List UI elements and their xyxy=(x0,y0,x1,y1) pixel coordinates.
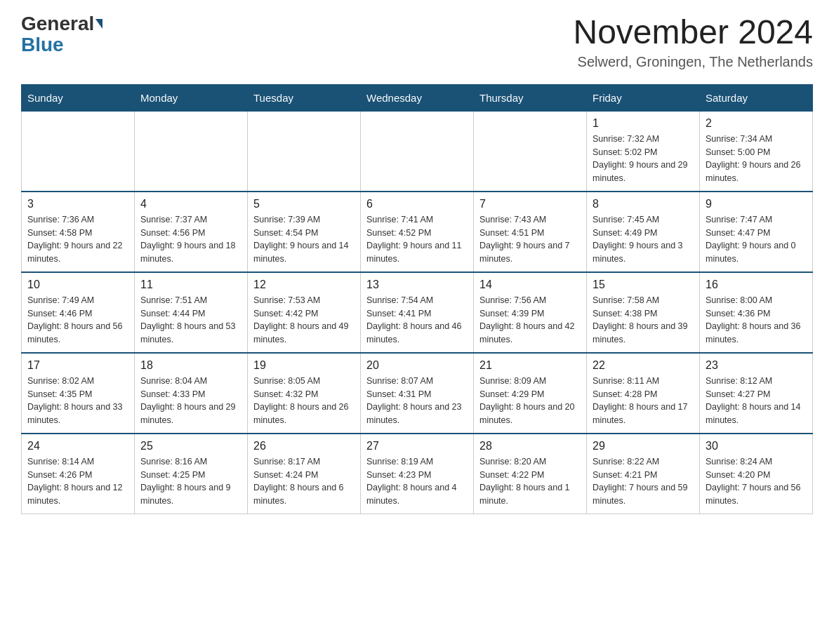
day-info: Sunrise: 8:22 AMSunset: 4:21 PMDaylight:… xyxy=(593,455,694,508)
day-number: 3 xyxy=(27,198,128,210)
day-number: 25 xyxy=(140,440,241,452)
day-info: Sunrise: 7:39 AMSunset: 4:54 PMDaylight:… xyxy=(253,213,355,266)
calendar-day-cell xyxy=(361,111,474,192)
calendar-day-cell: 4Sunrise: 7:37 AMSunset: 4:56 PMDaylight… xyxy=(135,192,248,272)
day-header-tuesday: Tuesday xyxy=(248,84,361,111)
calendar-day-cell: 6Sunrise: 7:41 AMSunset: 4:52 PMDaylight… xyxy=(361,192,474,272)
day-info: Sunrise: 8:17 AMSunset: 4:24 PMDaylight:… xyxy=(253,455,355,508)
day-number: 1 xyxy=(593,117,694,130)
calendar-day-cell: 29Sunrise: 8:22 AMSunset: 4:21 PMDayligh… xyxy=(587,434,700,514)
day-number: 26 xyxy=(253,440,355,452)
calendar-day-cell xyxy=(248,111,361,192)
day-info: Sunrise: 7:37 AMSunset: 4:56 PMDaylight:… xyxy=(140,213,241,266)
day-info: Sunrise: 7:56 AMSunset: 4:39 PMDaylight:… xyxy=(479,294,581,347)
calendar-day-cell xyxy=(22,111,135,192)
day-info: Sunrise: 8:11 AMSunset: 4:28 PMDaylight:… xyxy=(593,375,694,427)
day-number: 23 xyxy=(706,359,807,372)
day-number: 6 xyxy=(366,198,468,210)
calendar-day-cell: 26Sunrise: 8:17 AMSunset: 4:24 PMDayligh… xyxy=(248,434,361,514)
logo-arrow-icon xyxy=(95,19,102,29)
day-info: Sunrise: 8:05 AMSunset: 4:32 PMDaylight:… xyxy=(253,375,355,427)
calendar-week-row: 24Sunrise: 8:14 AMSunset: 4:26 PMDayligh… xyxy=(22,434,813,514)
day-header-thursday: Thursday xyxy=(474,84,587,111)
day-info: Sunrise: 7:54 AMSunset: 4:41 PMDaylight:… xyxy=(366,294,468,347)
day-number: 10 xyxy=(27,279,128,291)
day-header-friday: Friday xyxy=(587,84,700,111)
day-number: 19 xyxy=(253,359,355,372)
day-number: 27 xyxy=(366,440,468,452)
day-info: Sunrise: 7:41 AMSunset: 4:52 PMDaylight:… xyxy=(366,213,468,266)
day-info: Sunrise: 8:00 AMSunset: 4:36 PMDaylight:… xyxy=(706,294,807,347)
page-header: General Blue November 2024 Selwerd, Gron… xyxy=(21,14,813,70)
calendar-day-cell: 13Sunrise: 7:54 AMSunset: 4:41 PMDayligh… xyxy=(361,272,474,353)
calendar-day-cell: 28Sunrise: 8:20 AMSunset: 4:22 PMDayligh… xyxy=(474,434,587,514)
calendar-day-cell: 16Sunrise: 8:00 AMSunset: 4:36 PMDayligh… xyxy=(700,272,813,353)
calendar-day-cell xyxy=(474,111,587,192)
day-info: Sunrise: 7:34 AMSunset: 5:00 PMDaylight:… xyxy=(706,133,807,185)
day-number: 14 xyxy=(479,279,581,291)
calendar-week-row: 17Sunrise: 8:02 AMSunset: 4:35 PMDayligh… xyxy=(22,353,813,434)
day-header-sunday: Sunday xyxy=(22,84,135,111)
calendar-day-cell: 3Sunrise: 7:36 AMSunset: 4:58 PMDaylight… xyxy=(22,192,135,272)
day-info: Sunrise: 8:16 AMSunset: 4:25 PMDaylight:… xyxy=(140,455,241,508)
calendar-day-cell xyxy=(135,111,248,192)
calendar-day-cell: 30Sunrise: 8:24 AMSunset: 4:20 PMDayligh… xyxy=(700,434,813,514)
calendar-day-cell: 15Sunrise: 7:58 AMSunset: 4:38 PMDayligh… xyxy=(587,272,700,353)
calendar-day-cell: 17Sunrise: 8:02 AMSunset: 4:35 PMDayligh… xyxy=(22,353,135,434)
logo-general-text: General xyxy=(21,14,94,34)
day-number: 15 xyxy=(593,279,694,291)
calendar-day-cell: 14Sunrise: 7:56 AMSunset: 4:39 PMDayligh… xyxy=(474,272,587,353)
day-number: 29 xyxy=(593,440,694,452)
day-number: 20 xyxy=(366,359,468,372)
calendar-week-row: 10Sunrise: 7:49 AMSunset: 4:46 PMDayligh… xyxy=(22,272,813,353)
day-number: 21 xyxy=(479,359,581,372)
calendar-day-cell: 7Sunrise: 7:43 AMSunset: 4:51 PMDaylight… xyxy=(474,192,587,272)
day-number: 16 xyxy=(706,279,807,291)
calendar-day-cell: 9Sunrise: 7:47 AMSunset: 4:47 PMDaylight… xyxy=(700,192,813,272)
location-title: Selwerd, Groningen, The Netherlands xyxy=(573,54,813,70)
day-info: Sunrise: 8:20 AMSunset: 4:22 PMDaylight:… xyxy=(479,455,581,508)
day-info: Sunrise: 7:53 AMSunset: 4:42 PMDaylight:… xyxy=(253,294,355,347)
calendar-day-cell: 2Sunrise: 7:34 AMSunset: 5:00 PMDaylight… xyxy=(700,111,813,192)
day-number: 2 xyxy=(706,117,807,130)
day-number: 4 xyxy=(140,198,241,210)
day-header-monday: Monday xyxy=(135,84,248,111)
day-number: 24 xyxy=(27,440,128,452)
calendar-table: SundayMondayTuesdayWednesdayThursdayFrid… xyxy=(21,84,813,514)
day-number: 12 xyxy=(253,279,355,291)
calendar-day-cell: 19Sunrise: 8:05 AMSunset: 4:32 PMDayligh… xyxy=(248,353,361,434)
day-info: Sunrise: 8:12 AMSunset: 4:27 PMDaylight:… xyxy=(706,375,807,427)
day-info: Sunrise: 7:43 AMSunset: 4:51 PMDaylight:… xyxy=(479,213,581,266)
calendar-day-cell: 10Sunrise: 7:49 AMSunset: 4:46 PMDayligh… xyxy=(22,272,135,353)
day-info: Sunrise: 7:32 AMSunset: 5:02 PMDaylight:… xyxy=(593,133,694,185)
day-number: 22 xyxy=(593,359,694,372)
calendar-day-cell: 25Sunrise: 8:16 AMSunset: 4:25 PMDayligh… xyxy=(135,434,248,514)
day-info: Sunrise: 7:47 AMSunset: 4:47 PMDaylight:… xyxy=(706,213,807,266)
day-info: Sunrise: 7:58 AMSunset: 4:38 PMDaylight:… xyxy=(593,294,694,347)
day-number: 28 xyxy=(479,440,581,452)
calendar-week-row: 3Sunrise: 7:36 AMSunset: 4:58 PMDaylight… xyxy=(22,192,813,272)
calendar-day-cell: 21Sunrise: 8:09 AMSunset: 4:29 PMDayligh… xyxy=(474,353,587,434)
day-header-saturday: Saturday xyxy=(700,84,813,111)
calendar-day-cell: 12Sunrise: 7:53 AMSunset: 4:42 PMDayligh… xyxy=(248,272,361,353)
calendar-day-cell: 8Sunrise: 7:45 AMSunset: 4:49 PMDaylight… xyxy=(587,192,700,272)
day-number: 30 xyxy=(706,440,807,452)
calendar-day-cell: 24Sunrise: 8:14 AMSunset: 4:26 PMDayligh… xyxy=(22,434,135,514)
day-info: Sunrise: 8:24 AMSunset: 4:20 PMDaylight:… xyxy=(706,455,807,508)
day-header-wednesday: Wednesday xyxy=(361,84,474,111)
logo-blue-text: Blue xyxy=(21,34,64,56)
calendar-day-cell: 27Sunrise: 8:19 AMSunset: 4:23 PMDayligh… xyxy=(361,434,474,514)
calendar-day-cell: 20Sunrise: 8:07 AMSunset: 4:31 PMDayligh… xyxy=(361,353,474,434)
calendar-day-cell: 5Sunrise: 7:39 AMSunset: 4:54 PMDaylight… xyxy=(248,192,361,272)
day-number: 7 xyxy=(479,198,581,210)
day-number: 11 xyxy=(140,279,241,291)
calendar-day-cell: 18Sunrise: 8:04 AMSunset: 4:33 PMDayligh… xyxy=(135,353,248,434)
day-number: 5 xyxy=(253,198,355,210)
calendar-day-cell: 1Sunrise: 7:32 AMSunset: 5:02 PMDaylight… xyxy=(587,111,700,192)
day-info: Sunrise: 7:51 AMSunset: 4:44 PMDaylight:… xyxy=(140,294,241,347)
day-number: 18 xyxy=(140,359,241,372)
logo: General Blue xyxy=(21,14,102,56)
day-info: Sunrise: 8:04 AMSunset: 4:33 PMDaylight:… xyxy=(140,375,241,427)
calendar-week-row: 1Sunrise: 7:32 AMSunset: 5:02 PMDaylight… xyxy=(22,111,813,192)
calendar-day-cell: 22Sunrise: 8:11 AMSunset: 4:28 PMDayligh… xyxy=(587,353,700,434)
